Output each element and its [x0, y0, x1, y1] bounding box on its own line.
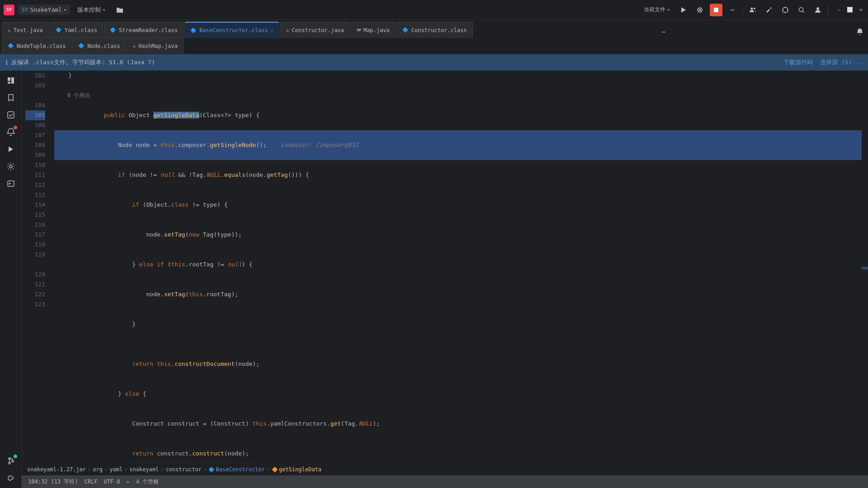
- tab-bar-row1: ☕ Test.java 🔷 Yaml.class 🔷 StreamReader.…: [0, 20, 868, 38]
- svg-point-8: [816, 7, 819, 10]
- sidebar-item-run[interactable]: [3, 141, 19, 157]
- maximize-btn[interactable]: ⬜: [846, 6, 854, 14]
- svg-marker-0: [681, 7, 686, 13]
- tab-label: Constructor.class: [411, 27, 467, 33]
- bc-baseconstructor[interactable]: 🔷BaseConstructor: [208, 466, 264, 473]
- tab-label: Yaml.class: [65, 27, 97, 33]
- bc-jar[interactable]: snakeyaml-1.27.jar: [27, 466, 86, 473]
- status-edit-icon[interactable]: ✏: [124, 475, 132, 488]
- sidebar-item-git[interactable]: [3, 453, 19, 469]
- code-line-106: if (node != null && !Tag.NULL.equals(nod…: [54, 160, 862, 190]
- status-bar: 104:32 (13 字符) CRLF UTF-8 ✏ 4 个空格: [22, 475, 868, 488]
- tools-btn[interactable]: [763, 4, 775, 16]
- tab-constructor-class[interactable]: 🔷 Constructor.class: [396, 22, 473, 38]
- info-bar-actions: 下载源代码 选择源 (S)...: [783, 58, 863, 66]
- bc-getsingledatamethod[interactable]: 🔶getSingleData: [272, 466, 321, 473]
- tab-overflow-btn[interactable]: ⋯: [657, 25, 670, 38]
- git-badge: [14, 455, 17, 458]
- code-line-112: [54, 339, 862, 349]
- code-editor[interactable]: 102 103 104 105 106 107 108 109 110 111 …: [22, 71, 868, 463]
- tab-label: HashMap.java: [138, 43, 178, 49]
- stop-btn[interactable]: [710, 4, 722, 16]
- java-icon: ☕: [8, 27, 11, 33]
- tab-map-java[interactable]: 🗺 Map.java: [351, 22, 396, 38]
- notification-badge: [14, 126, 17, 129]
- download-source-link[interactable]: 下载源代码: [783, 58, 813, 66]
- info-text: 反编译 .class文件, 字节码版本: 51.0 (Java 7): [11, 58, 155, 66]
- bc-snakeyaml[interactable]: snakeyaml: [129, 466, 159, 473]
- tab-baseconstructor-class[interactable]: 🔷 BaseConstructor.class ✕: [184, 22, 279, 38]
- tab-test-java[interactable]: ☕ Test.java: [2, 22, 49, 38]
- tab-nodetuple-class[interactable]: 🔷 NodeTuple.class: [2, 38, 71, 54]
- status-encoding[interactable]: UTF-8: [101, 475, 123, 488]
- status-spaces[interactable]: 4 个空格: [133, 475, 161, 488]
- folder-btn[interactable]: [113, 5, 127, 15]
- version-control-menu[interactable]: 版本控制 ▾: [74, 4, 109, 16]
- tab-streamreader-class[interactable]: 🔷 StreamReader.class: [104, 22, 184, 38]
- right-gutter[interactable]: [862, 71, 868, 463]
- debug-btn[interactable]: [693, 4, 706, 16]
- tab-label: StreamReader.class: [119, 27, 178, 33]
- tab-label: NodeTuple.class: [17, 43, 66, 49]
- search-btn[interactable]: [795, 4, 808, 16]
- code-line-105: Node node = this.composer.getSingleNode(…: [54, 130, 862, 160]
- tab-node-class[interactable]: 🔷 Node.class: [72, 38, 126, 54]
- project-menu[interactable]: SY SnakeYaml ▾: [18, 5, 70, 15]
- more-options-btn[interactable]: ⋯: [726, 4, 739, 16]
- bc-constructor-pkg[interactable]: constructor: [166, 466, 202, 473]
- sidebar-item-todo[interactable]: [3, 107, 19, 123]
- play-btn[interactable]: [677, 4, 690, 16]
- tab-label: Map.java: [363, 27, 390, 33]
- svg-rect-9: [8, 77, 10, 81]
- profile-btn[interactable]: [811, 4, 824, 16]
- sidebar-item-notifications[interactable]: [3, 124, 19, 140]
- code-line-103: [54, 81, 862, 90]
- class-icon6: 🔷: [78, 43, 85, 49]
- gutter-highlight: [862, 267, 868, 270]
- sidebar-item-terminal[interactable]: [3, 175, 19, 192]
- status-left: 104:32 (13 字符) CRLF UTF-8 ✏ 4 个空格: [25, 475, 161, 488]
- class-icon5: 🔷: [8, 43, 14, 49]
- tab-constructor-java[interactable]: ☕ Constructor.java: [280, 22, 350, 38]
- minimize-btn[interactable]: —: [835, 6, 843, 14]
- tab-close-btn[interactable]: ✕: [271, 28, 274, 33]
- tab-hashmap-java[interactable]: ☕ HashMap.java: [127, 38, 184, 54]
- sidebar-item-settings[interactable]: [3, 158, 19, 175]
- code-line-109: } else if (this.rootTag != null) {: [54, 250, 862, 280]
- svg-rect-10: [11, 77, 14, 84]
- svg-point-3: [751, 7, 753, 9]
- bc-yaml[interactable]: yaml: [109, 466, 123, 473]
- code-line-114: } else {: [54, 379, 862, 409]
- class-icon: 🔷: [56, 27, 62, 33]
- sidebar-item-bookmarks[interactable]: [3, 90, 19, 106]
- code-line-113: return this.constructDocument(node);: [54, 349, 862, 379]
- code-line-108: node.setTag(new Tag(type));: [54, 220, 862, 250]
- select-source-link[interactable]: 选择源 (S)...: [820, 58, 863, 66]
- svg-point-14: [9, 165, 12, 168]
- status-line-ending[interactable]: CRLF: [82, 475, 100, 488]
- collaborate-btn[interactable]: [746, 4, 759, 16]
- tab-label: Constructor.java: [292, 27, 344, 33]
- notifications-icon[interactable]: [854, 25, 866, 38]
- sidebar-item-vcs[interactable]: [3, 470, 19, 486]
- bc-org[interactable]: org: [93, 466, 103, 473]
- tab-yaml-class[interactable]: 🔷 Yaml.class: [50, 22, 103, 38]
- project-name: SnakeYaml: [30, 6, 61, 13]
- svg-point-6: [799, 7, 803, 11]
- tab-bar-row2: 🔷 NodeTuple.class 🔷 Node.class ☕ HashMap…: [0, 38, 868, 54]
- svg-point-17: [9, 462, 10, 464]
- status-position[interactable]: 104:32 (13 字符): [25, 475, 81, 488]
- map-icon: 🗺: [357, 28, 361, 33]
- class-icon2: 🔷: [110, 27, 116, 33]
- tab-label: BaseConstructor.class: [199, 27, 268, 33]
- code-line-102: }: [54, 71, 862, 81]
- sidebar-item-explorer[interactable]: [3, 72, 19, 89]
- current-file-btn[interactable]: 当前文件 ▾: [640, 4, 674, 15]
- version-control-label: 版本控制: [77, 6, 101, 14]
- app-logo: SY: [4, 5, 14, 15]
- code-content[interactable]: } 0 个用法 public Object getSingleData(Clas…: [49, 71, 862, 463]
- info-icon: ℹ: [5, 59, 8, 66]
- editor-area: 102 103 104 105 106 107 108 109 110 111 …: [22, 71, 868, 488]
- plugins-btn[interactable]: [779, 4, 792, 16]
- close-btn[interactable]: ✕: [857, 6, 864, 14]
